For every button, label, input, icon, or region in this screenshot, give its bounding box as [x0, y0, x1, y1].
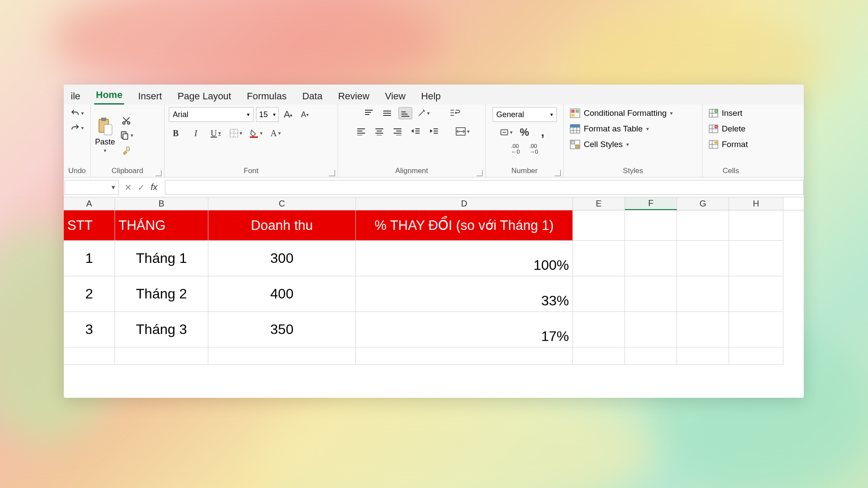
svg-rect-12 — [571, 110, 575, 113]
conditional-formatting-button[interactable]: Conditional Formatting▾ — [568, 107, 674, 119]
svg-rect-6 — [126, 147, 129, 151]
tab-data[interactable]: Data — [300, 87, 324, 105]
italic-button[interactable]: I — [189, 127, 203, 139]
group-label-alignment: Alignment — [338, 166, 485, 177]
svg-rect-1 — [101, 118, 106, 121]
clipboard-dialog-icon[interactable] — [155, 170, 161, 176]
table-row: 2 Tháng 2 400 33% — [64, 276, 804, 312]
align-top-button[interactable] — [362, 107, 376, 119]
svg-rect-14 — [571, 114, 575, 117]
table-header-row: STT THÁNG Doanh thu % THAY ĐỔI (so với T… — [64, 210, 804, 241]
fx-icon[interactable]: fx — [148, 181, 161, 194]
svg-rect-8 — [250, 136, 257, 138]
table-row: 1 Tháng 1 300 100% — [64, 241, 804, 276]
bold-button[interactable]: B — [169, 127, 183, 139]
col-header-D[interactable]: D — [356, 197, 573, 210]
formula-bar: ▾ ✕ ✓ fx — [64, 177, 804, 197]
svg-rect-19 — [575, 145, 579, 148]
paste-button[interactable]: Paste ▾ — [95, 117, 115, 154]
svg-rect-2 — [104, 124, 112, 135]
insert-cells-button[interactable]: Insert — [707, 107, 744, 119]
col-header-G[interactable]: G — [677, 197, 729, 210]
group-label-cells: Cells — [703, 166, 759, 177]
excel-window: ile Home Insert Page Layout Formulas Dat… — [64, 85, 804, 398]
delete-cells-button[interactable]: Delete — [707, 123, 747, 135]
svg-rect-5 — [123, 134, 128, 139]
tab-review[interactable]: Review — [336, 87, 371, 105]
increase-decimal-button[interactable]: .00→0 — [527, 143, 541, 155]
font-color-button[interactable]: A — [269, 127, 283, 139]
number-dialog-icon[interactable] — [555, 170, 561, 176]
group-label-clipboard: Clipboard — [91, 166, 164, 177]
merge-center-button[interactable] — [456, 125, 470, 138]
svg-rect-25 — [714, 141, 717, 144]
formula-cancel-icon[interactable]: ✕ — [122, 181, 135, 194]
increase-indent-button[interactable] — [427, 125, 441, 138]
svg-rect-13 — [575, 110, 579, 113]
borders-button[interactable] — [229, 127, 243, 139]
tab-formulas[interactable]: Formulas — [245, 87, 289, 105]
shrink-font-button[interactable]: A▾ — [298, 108, 312, 121]
cut-button[interactable] — [119, 115, 133, 127]
formula-accept-icon[interactable]: ✓ — [135, 181, 148, 194]
format-as-table-button[interactable]: Format as Table▾ — [568, 123, 651, 135]
decrease-decimal-button[interactable]: .00←0 — [509, 143, 523, 155]
group-label-styles: Styles — [564, 166, 702, 177]
align-right-button[interactable] — [391, 125, 404, 138]
tab-insert[interactable]: Insert — [136, 87, 164, 105]
ribbon: Undo Paste ▾ — [64, 105, 804, 177]
svg-rect-18 — [571, 141, 575, 144]
formula-input[interactable] — [165, 180, 804, 195]
column-headers: A B C D E F G H — [64, 197, 804, 210]
fill-color-button[interactable] — [249, 127, 263, 139]
redo-button[interactable] — [70, 122, 84, 134]
hdr-doanhthu[interactable]: Doanh thu — [208, 210, 356, 241]
tab-file[interactable]: ile — [69, 87, 82, 105]
paste-label: Paste — [95, 138, 115, 147]
format-cells-button[interactable]: Format — [707, 138, 750, 151]
col-header-E[interactable]: E — [573, 197, 625, 210]
cell-styles-button[interactable]: Cell Styles▾ — [568, 138, 631, 151]
col-header-C[interactable]: C — [208, 197, 356, 210]
hdr-thang[interactable]: THÁNG — [115, 210, 208, 241]
align-center-button[interactable] — [372, 125, 386, 138]
orientation-button[interactable] — [417, 107, 431, 119]
grow-font-button[interactable]: A▴ — [281, 108, 295, 121]
ribbon-tabs: ile Home Insert Page Layout Formulas Dat… — [64, 85, 804, 105]
table-row — [64, 347, 804, 365]
tab-page-layout[interactable]: Page Layout — [176, 87, 233, 105]
align-middle-button[interactable] — [380, 107, 394, 119]
col-header-H[interactable]: H — [729, 197, 783, 210]
wrap-text-button[interactable] — [448, 107, 462, 119]
tab-home[interactable]: Home — [94, 86, 124, 105]
align-left-button[interactable] — [354, 125, 368, 138]
spreadsheet-grid[interactable]: A B C D E F G H STT THÁNG Doanh thu % TH… — [64, 197, 804, 365]
underline-button[interactable]: U — [209, 127, 223, 139]
font-dialog-icon[interactable] — [329, 170, 335, 176]
comma-button[interactable]: , — [536, 126, 550, 138]
copy-button[interactable] — [119, 129, 133, 141]
group-label-undo: Undo — [64, 166, 90, 177]
col-header-A[interactable]: A — [64, 197, 115, 210]
col-header-B[interactable]: B — [115, 197, 208, 210]
group-label-font: Font — [164, 166, 338, 177]
col-header-F[interactable]: F — [625, 197, 677, 210]
align-bottom-button[interactable] — [398, 107, 412, 119]
font-size-select[interactable]: 15▾ — [256, 107, 279, 122]
percent-button[interactable]: % — [518, 126, 532, 138]
group-label-number: Number — [486, 166, 563, 177]
font-name-select[interactable]: Arial▾ — [169, 107, 253, 122]
hdr-thaydoi[interactable]: % THAY ĐỔI (so với Tháng 1) — [356, 210, 573, 241]
tab-view[interactable]: View — [383, 87, 407, 105]
alignment-dialog-icon[interactable] — [477, 170, 483, 176]
svg-rect-16 — [570, 124, 580, 127]
number-format-select[interactable]: General▾ — [493, 107, 557, 122]
name-box[interactable]: ▾ — [65, 180, 119, 195]
accounting-format-button[interactable] — [500, 126, 513, 138]
hdr-stt[interactable]: STT — [64, 210, 115, 241]
table-row: 3 Tháng 3 350 17% — [64, 312, 804, 347]
undo-button[interactable] — [70, 107, 84, 119]
decrease-indent-button[interactable] — [409, 125, 423, 138]
format-painter-button[interactable] — [119, 144, 133, 156]
tab-help[interactable]: Help — [419, 87, 442, 105]
